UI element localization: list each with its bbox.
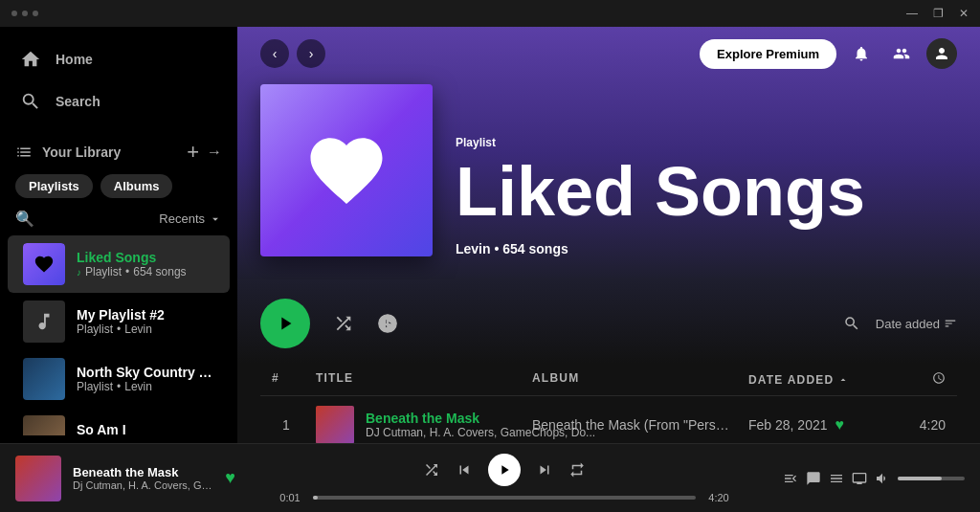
- player-track-thumb: [15, 456, 61, 501]
- total-time: 4:20: [703, 492, 734, 503]
- library-title-text: Your Library: [42, 145, 121, 160]
- progress-fill: [313, 496, 318, 500]
- add-library-button[interactable]: +: [187, 142, 199, 163]
- col-num: #: [272, 371, 301, 388]
- progress-bar[interactable]: [313, 496, 696, 500]
- filter-buttons: Playlists Albums: [0, 170, 237, 206]
- title-bar: — ❐ ✕: [0, 0, 980, 27]
- track-date-1: Feb 28, 2021 ♥: [748, 416, 882, 434]
- home-label: Home: [56, 52, 93, 67]
- library-item-so-am-i[interactable]: So Am I Album • Kurt Hugo Schneider: [8, 408, 230, 435]
- track-duration-1: 4:20: [898, 417, 946, 433]
- playlist2-thumb: [23, 301, 65, 343]
- player-heart-icon[interactable]: ♥: [225, 468, 235, 488]
- col-title: Title: [316, 371, 517, 388]
- filter-albums[interactable]: Albums: [100, 174, 173, 198]
- friends-button[interactable]: [886, 38, 917, 69]
- forward-button[interactable]: ›: [297, 39, 325, 68]
- hero-meta: Levin • 654 songs: [456, 241, 957, 256]
- player-right: [773, 471, 965, 486]
- library-section: Your Library + → Playlists Albums 🔍 Rece…: [0, 134, 237, 435]
- current-time: 0:01: [275, 492, 305, 503]
- player-play-button[interactable]: [488, 454, 521, 486]
- filter-playlists[interactable]: Playlists: [15, 174, 93, 198]
- player-progress: 0:01 4:20: [275, 492, 734, 503]
- close-button[interactable]: ✕: [959, 7, 969, 20]
- previous-button[interactable]: [456, 461, 473, 479]
- explore-premium-button[interactable]: Explore Premium: [700, 39, 836, 69]
- sidebar-item-search[interactable]: Search: [8, 80, 230, 122]
- play-button[interactable]: [260, 299, 310, 348]
- library-item-liked-songs[interactable]: Liked Songs ♪ Playlist • 654 songs: [8, 235, 230, 293]
- library-item-north-sky[interactable]: North Sky Country (In-Game) Playlist • L…: [8, 350, 230, 408]
- library-list: Liked Songs ♪ Playlist • 654 songs: [0, 235, 237, 435]
- track-album-1: Beneath the Mask (From "Persona...: [532, 417, 733, 433]
- search-label: Search: [56, 94, 100, 109]
- queue-button[interactable]: [783, 471, 798, 486]
- expand-library-button[interactable]: →: [207, 145, 222, 160]
- player-track-artist: Dj Cutman, H. A. Covers, GameChops, Dodg…: [73, 479, 213, 491]
- track-list: # Title Album Date added 1: [237, 364, 980, 443]
- playlist2-name: My Playlist #2: [77, 307, 214, 323]
- recents-label[interactable]: Recents: [159, 211, 222, 226]
- volume-button[interactable]: [875, 471, 890, 486]
- top-right-actions: Explore Premium: [700, 38, 957, 69]
- devices-button[interactable]: [852, 471, 867, 486]
- track-list-header: # Title Album Date added: [260, 364, 957, 396]
- hero-info: Playlist Liked Songs Levin • 654 songs: [456, 136, 957, 256]
- player-center: 0:01 4:20: [251, 454, 758, 503]
- track-row[interactable]: 1 Beneath the Mask DJ Cutman, H. A. Cove…: [260, 396, 957, 443]
- col-duration: [898, 371, 946, 388]
- list-button[interactable]: [829, 471, 844, 486]
- volume-fill: [898, 477, 942, 480]
- volume-bar[interactable]: [898, 477, 965, 480]
- heart-thumb-bg: [23, 243, 65, 285]
- download-button[interactable]: [377, 313, 398, 334]
- playlist2-info: My Playlist #2 Playlist • Levin: [77, 307, 214, 336]
- so-am-i-info: So Am I Album • Kurt Hugo Schneider: [77, 422, 214, 435]
- window-controls: — ❐ ✕: [906, 7, 969, 20]
- lyrics-button[interactable]: [806, 471, 821, 486]
- repeat-button[interactable]: [568, 461, 586, 479]
- main-layout: Home Search Your Library + →: [0, 27, 980, 443]
- minimize-button[interactable]: —: [906, 7, 918, 20]
- north-sky-thumb: [23, 358, 65, 400]
- profile-button[interactable]: [926, 38, 957, 69]
- north-sky-sub: Playlist • Levin: [77, 380, 214, 393]
- library-actions: + →: [187, 142, 222, 163]
- track-title-cell-1: Beneath the Mask DJ Cutman, H. A. Covers…: [316, 406, 517, 443]
- controls-right: Date added: [843, 315, 957, 332]
- dot-2: [22, 11, 28, 16]
- col-date: Date added: [748, 371, 882, 388]
- liked-songs-sub: ♪ Playlist • 654 songs: [77, 265, 214, 278]
- playlist2-sub: Playlist • Levin: [77, 323, 214, 336]
- notifications-button[interactable]: [846, 38, 877, 69]
- playlist-controls: Date added: [237, 279, 980, 364]
- north-sky-name: North Sky Country (In-Game): [77, 365, 214, 380]
- shuffle-player-button[interactable]: [423, 461, 440, 479]
- title-bar-dots: [11, 11, 38, 16]
- date-added-sort[interactable]: Date added: [876, 317, 957, 331]
- col-album: Album: [532, 371, 733, 388]
- shuffle-button[interactable]: [333, 313, 354, 334]
- maximize-button[interactable]: ❐: [933, 7, 944, 20]
- heart-liked-icon: ♥: [835, 416, 845, 434]
- search-tracks-button[interactable]: [843, 315, 860, 332]
- sidebar: Home Search Your Library + →: [0, 27, 237, 443]
- library-item-playlist2[interactable]: My Playlist #2 Playlist • Levin: [8, 293, 230, 350]
- search-icon: [19, 90, 42, 113]
- library-header: Your Library + →: [0, 134, 237, 170]
- library-search-icon[interactable]: 🔍: [15, 210, 34, 228]
- liked-songs-info: Liked Songs ♪ Playlist • 654 songs: [77, 250, 214, 278]
- sidebar-nav: Home Search: [0, 34, 237, 126]
- content-area: ‹ › Explore Premium: [237, 27, 980, 443]
- north-sky-info: North Sky Country (In-Game) Playlist • L…: [77, 365, 214, 393]
- sidebar-item-home[interactable]: Home: [8, 38, 230, 80]
- back-button[interactable]: ‹: [260, 39, 289, 68]
- hero-song-count: 654 songs: [502, 241, 568, 256]
- hero-title: Liked Songs: [456, 157, 957, 226]
- next-button[interactable]: [536, 461, 553, 479]
- hero-user: Levin: [456, 241, 491, 256]
- library-title-button[interactable]: Your Library: [15, 144, 121, 161]
- track-num-1: 1: [272, 417, 301, 433]
